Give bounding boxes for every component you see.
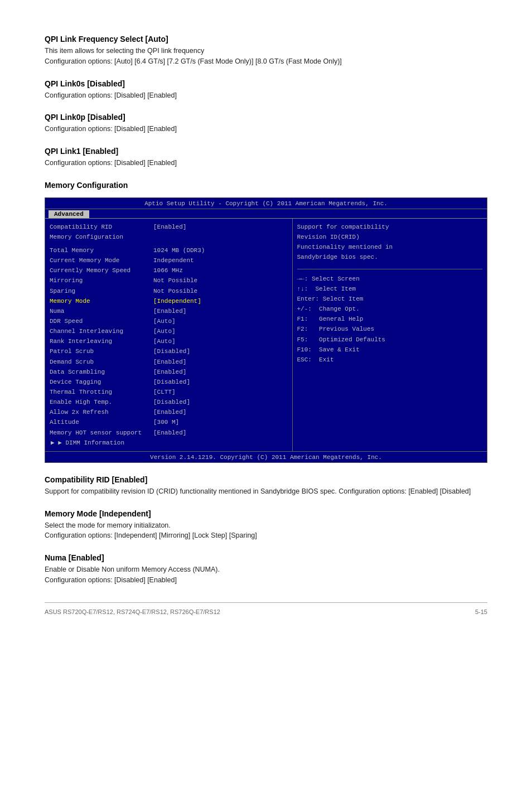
section-desc-qpi-link1: Configuration options: [Disabled] [Enabl… <box>45 158 487 168</box>
bios-key-select-item: ↑↓: Select Item <box>297 284 482 294</box>
section-desc-qpi-link-freq: This item allows for selecting the QPI l… <box>45 46 487 67</box>
section-desc-compat-rid: Support for compatibility revision ID (C… <box>45 486 487 497</box>
bios-label-mirroring: Mirroring <box>50 276 150 286</box>
section-desc-numa: Enable or Disable Non uniform Memory Acc… <box>45 564 487 586</box>
bios-label-dimm: ▶ DIMM Information <box>58 439 124 446</box>
bios-key-optimized: F5: Optimized Defaults <box>297 335 482 345</box>
bios-label-rank-interleaving: Rank Interleaving <box>50 336 150 346</box>
bios-tab-advanced[interactable]: Advanced <box>49 210 89 218</box>
bios-label-memory-mode: Memory Mode <box>50 296 150 306</box>
bios-key-esc: ESC: Exit <box>297 355 482 365</box>
bios-row-sparing: Sparing Not Possible <box>50 286 288 296</box>
bios-label-sparing: Sparing <box>50 286 150 296</box>
bios-value-compat-rid: [Enabled] <box>150 222 288 232</box>
bios-row-data-scrambling: Data Scrambling [Enabled] <box>50 367 288 377</box>
bios-row-enable-high-temp: Enable High Temp. [Disabled] <box>50 397 288 407</box>
bios-value-hot-sensor: [Enabled] <box>150 428 288 438</box>
bios-label-compat-rid: Compatibility RID <box>50 222 150 232</box>
bios-value-memory-speed: 1066 MHz <box>150 265 288 276</box>
section-memory-mode: Memory Mode [Independent] Select the mod… <box>45 509 487 542</box>
bios-row-allow-2x-refresh: Allow 2x Refresh [Enabled] <box>50 407 288 417</box>
bios-value-data-scrambling: [Enabled] <box>150 367 288 377</box>
bios-label-memory-speed: Currently Memory Speed <box>50 265 150 276</box>
section-title-qpi-link0p: QPI Link0p [Disabled] <box>45 113 487 122</box>
bios-row-numa: Numa [Enabled] <box>50 306 288 316</box>
bios-row-ddr-speed: DDR Speed [Auto] <box>50 316 288 326</box>
section-qpi-link0s: QPI Link0s [Disabled] Configuration opti… <box>45 79 487 101</box>
bios-row-mirroring: Mirroring Not Possible <box>50 276 288 286</box>
bios-label-total-memory: Total Memory <box>50 245 150 255</box>
section-title-qpi-link-freq: QPI Link Frequency Select [Auto] <box>45 35 487 44</box>
bios-value-thermal-throtting: [CLTT] <box>150 387 288 397</box>
page-footer: ASUS RS720Q-E7/RS12, RS724Q-E7/RS12, RS7… <box>45 608 487 615</box>
bios-key-select-screen: →←: Select Screen <box>297 274 482 284</box>
bios-row-device-tagging: Device Tagging [Disabled] <box>50 377 288 387</box>
bios-row-channel-interleaving: Channel Interleaving [Auto] <box>50 326 288 336</box>
bios-right-key-help: →←: Select Screen ↑↓: Select Item Enter:… <box>297 274 482 365</box>
bios-value-channel-interleaving: [Auto] <box>150 326 288 336</box>
bios-value-current-memory-mode: Independent <box>150 255 288 265</box>
bios-value-enable-high-temp: [Disabled] <box>150 397 288 407</box>
section-qpi-link-freq: QPI Link Frequency Select [Auto] This it… <box>45 35 487 67</box>
bios-key-change-opt: +/-: Change Opt. <box>297 304 482 314</box>
bios-label-patrol-scrub: Patrol Scrub <box>50 346 150 356</box>
section-memory-config: Memory Configuration <box>45 181 487 190</box>
bios-key-prev-values: F2: Previous Values <box>297 324 482 334</box>
section-desc-qpi-link0s: Configuration options: [Disabled] [Enabl… <box>45 90 487 101</box>
bios-label-memory-config-section: Memory Configuration <box>50 232 288 242</box>
bios-row-thermal-throtting: Thermal Throtting [CLTT] <box>50 387 288 397</box>
bios-value-rank-interleaving: [Auto] <box>150 336 288 346</box>
footer-left: ASUS RS720Q-E7/RS12, RS724Q-E7/RS12, RS7… <box>45 608 220 615</box>
section-qpi-link0p: QPI Link0p [Disabled] Configuration opti… <box>45 113 487 134</box>
bios-value-altitude: [300 M] <box>150 417 288 427</box>
bios-submenu-dimm[interactable]: ▶ ▶ DIMM Information <box>50 438 288 448</box>
section-title-qpi-link1: QPI Link1 [Enabled] <box>45 147 487 156</box>
bios-value-memory-mode: [Independent] <box>150 296 288 306</box>
section-title-memory-mode: Memory Mode [Independent] <box>45 509 487 518</box>
bios-label-hot-sensor: Memory HOT sensor support <box>50 428 150 438</box>
bios-row-memory-mode[interactable]: Memory Mode [Independent] <box>50 296 288 306</box>
bios-row-memory-speed: Currently Memory Speed 1066 MHz <box>50 265 288 276</box>
bios-label-altitude: Altitude <box>50 417 150 427</box>
page-footer-divider <box>45 602 487 603</box>
bios-value-device-tagging: [Disabled] <box>150 377 288 387</box>
section-title-numa: Numa [Enabled] <box>45 553 487 562</box>
bios-row-patrol-scrub: Patrol Scrub [Disabled] <box>50 346 288 356</box>
bios-label-enable-high-temp: Enable High Temp. <box>50 397 150 407</box>
bios-right-top-help: Support for compatibilityRevision ID(CRI… <box>297 222 482 267</box>
bios-right-divider <box>297 269 482 269</box>
section-title-qpi-link0s: QPI Link0s [Disabled] <box>45 79 487 88</box>
bios-left-panel: Compatibility RID [Enabled] Memory Confi… <box>45 219 293 451</box>
section-qpi-link1: QPI Link1 [Enabled] Configuration option… <box>45 147 487 168</box>
bios-value-mirroring: Not Possible <box>150 276 288 286</box>
bios-tabs: Advanced <box>45 209 487 219</box>
bios-row-altitude: Altitude [300 M] <box>50 417 288 427</box>
bios-row-current-memory-mode: Current Memory Mode Independent <box>50 255 288 265</box>
section-desc-qpi-link0p: Configuration options: [Disabled] [Enabl… <box>45 124 487 134</box>
bios-value-patrol-scrub: [Disabled] <box>150 346 288 356</box>
bios-value-ddr-speed: [Auto] <box>150 316 288 326</box>
bios-row-demand-scrub: Demand Scrub [Enabled] <box>50 357 288 367</box>
section-compat-rid: Compatibility RID [Enabled] Support for … <box>45 475 487 497</box>
bios-value-demand-scrub: [Enabled] <box>150 357 288 367</box>
footer-right: 5-15 <box>475 608 487 615</box>
bios-label-channel-interleaving: Channel Interleaving <box>50 326 150 336</box>
bios-key-save-exit: F10: Save & Exit <box>297 345 482 355</box>
bios-label-numa: Numa <box>50 306 150 316</box>
bios-footer: Version 2.14.1219. Copyright (C) 2011 Am… <box>45 451 487 462</box>
bios-value-sparing: Not Possible <box>150 286 288 296</box>
bios-right-panel: Support for compatibilityRevision ID(CRI… <box>293 219 487 451</box>
bios-key-enter: Enter: Select Item <box>297 294 482 304</box>
bios-value-total-memory: 1024 MB (DDR3) <box>150 245 288 255</box>
bios-arrow-dimm: ▶ <box>51 439 58 446</box>
bios-label-ddr-speed: DDR Speed <box>50 316 150 326</box>
bios-row-hot-sensor: Memory HOT sensor support [Enabled] <box>50 428 288 438</box>
bios-row-compat-rid: Compatibility RID [Enabled] <box>50 222 288 232</box>
section-numa: Numa [Enabled] Enable or Disable Non uni… <box>45 553 487 586</box>
bios-label-device-tagging: Device Tagging <box>50 377 150 387</box>
bios-title-bar: Aptio Setup Utility - Copyright (C) 2011… <box>45 198 487 209</box>
bios-value-numa: [Enabled] <box>150 306 288 316</box>
bios-label-data-scrambling: Data Scrambling <box>50 367 150 377</box>
bios-row-total-memory: Total Memory 1024 MB (DDR3) <box>50 245 288 255</box>
bios-label-demand-scrub: Demand Scrub <box>50 357 150 367</box>
